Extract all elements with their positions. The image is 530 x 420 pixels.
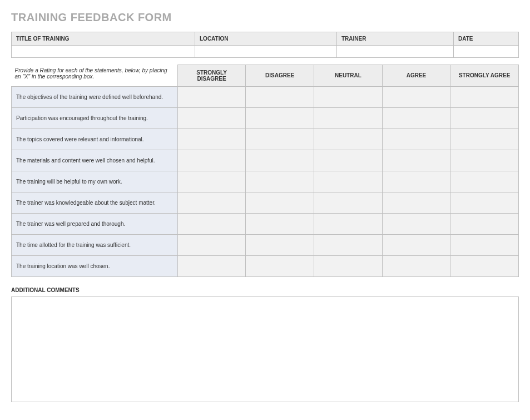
rating-cell-agree[interactable]: [382, 171, 450, 192]
rating-cell-agree[interactable]: [382, 150, 450, 171]
rating-statement: The trainer was knowledgeable about the …: [12, 192, 178, 213]
input-title-of-training[interactable]: [12, 46, 195, 58]
rating-cell-strongly-agree[interactable]: [450, 192, 519, 213]
rating-statement: The training location was well chosen.: [12, 255, 178, 276]
rating-row: Participation was encouraged throughout …: [12, 107, 519, 129]
rating-cell-disagree[interactable]: [246, 192, 314, 213]
header-strongly-disagree: STRONGLY DISAGREE: [177, 65, 246, 87]
rating-cell-strongly-agree[interactable]: [450, 171, 519, 192]
rating-cell-disagree[interactable]: [246, 107, 314, 129]
rating-statement: The trainer was well prepared and thorou…: [12, 213, 178, 234]
header-trainer: TRAINER: [337, 32, 454, 46]
rating-cell-disagree[interactable]: [246, 255, 314, 276]
rating-cell-strongly-disagree[interactable]: [177, 150, 246, 171]
header-strongly-agree: STRONGLY AGREE: [450, 65, 519, 87]
rating-row: The time allotted for the training was s…: [12, 234, 519, 255]
rating-row: The objectives of the training were defi…: [12, 86, 519, 107]
rating-row: The trainer was well prepared and thorou…: [12, 213, 519, 234]
rating-row: The topics covered were relevant and inf…: [12, 129, 519, 150]
header-title-of-training: TITLE OF TRAINING: [12, 32, 195, 46]
rating-cell-strongly-disagree[interactable]: [177, 86, 246, 107]
rating-cell-neutral[interactable]: [314, 86, 383, 107]
rating-row: The materials and content were well chos…: [12, 150, 519, 171]
comments-textarea[interactable]: [11, 297, 519, 402]
rating-cell-strongly-agree[interactable]: [450, 86, 519, 107]
rating-cell-agree[interactable]: [382, 86, 450, 107]
rating-statement: The time allotted for the training was s…: [12, 234, 178, 255]
rating-row: The trainer was knowledgeable about the …: [12, 192, 519, 213]
rating-cell-strongly-disagree[interactable]: [177, 107, 246, 129]
info-table: TITLE OF TRAINING LOCATION TRAINER DATE: [11, 32, 519, 58]
rating-cell-strongly-agree[interactable]: [450, 129, 519, 150]
rating-cell-disagree[interactable]: [246, 171, 314, 192]
rating-cell-disagree[interactable]: [246, 86, 314, 107]
rating-cell-agree[interactable]: [382, 129, 450, 150]
page-title: TRAINING FEEDBACK FORM: [11, 11, 519, 24]
rating-cell-agree[interactable]: [382, 192, 450, 213]
rating-table: Provide a Rating for each of the stateme…: [11, 65, 519, 277]
comments-label: ADDITIONAL COMMENTS: [11, 287, 519, 293]
rating-cell-strongly-agree[interactable]: [450, 213, 519, 234]
header-disagree: DISAGREE: [246, 65, 314, 87]
rating-cell-strongly-agree[interactable]: [450, 255, 519, 276]
rating-cell-agree[interactable]: [382, 255, 450, 276]
header-location: LOCATION: [195, 32, 337, 46]
rating-cell-neutral[interactable]: [314, 192, 383, 213]
rating-statement: The training will be helpful to my own w…: [12, 171, 178, 192]
header-agree: AGREE: [382, 65, 450, 87]
rating-cell-neutral[interactable]: [314, 107, 383, 129]
input-location[interactable]: [195, 46, 337, 58]
rating-cell-neutral[interactable]: [314, 234, 383, 255]
rating-cell-strongly-agree[interactable]: [450, 107, 519, 129]
rating-statement: The materials and content were well chos…: [12, 150, 178, 171]
rating-cell-agree[interactable]: [382, 107, 450, 129]
input-date[interactable]: [454, 46, 519, 58]
rating-cell-strongly-agree[interactable]: [450, 150, 519, 171]
rating-cell-neutral[interactable]: [314, 171, 383, 192]
rating-statement: Participation was encouraged throughout …: [12, 107, 178, 129]
rating-cell-strongly-disagree[interactable]: [177, 255, 246, 276]
rating-row: The training location was well chosen.: [12, 255, 519, 276]
rating-cell-strongly-disagree[interactable]: [177, 171, 246, 192]
rating-cell-strongly-disagree[interactable]: [177, 192, 246, 213]
rating-cell-agree[interactable]: [382, 213, 450, 234]
header-date: DATE: [454, 32, 519, 46]
rating-cell-strongly-agree[interactable]: [450, 234, 519, 255]
rating-statement: The topics covered were relevant and inf…: [12, 129, 178, 150]
rating-cell-disagree[interactable]: [246, 129, 314, 150]
rating-cell-disagree[interactable]: [246, 150, 314, 171]
rating-cell-strongly-disagree[interactable]: [177, 213, 246, 234]
rating-cell-disagree[interactable]: [246, 234, 314, 255]
input-trainer[interactable]: [337, 46, 454, 58]
header-neutral: NEUTRAL: [314, 65, 383, 87]
rating-cell-agree[interactable]: [382, 234, 450, 255]
rating-statement: The objectives of the training were defi…: [12, 86, 178, 107]
rating-row: The training will be helpful to my own w…: [12, 171, 519, 192]
rating-instructions: Provide a Rating for each of the stateme…: [12, 65, 178, 87]
rating-cell-strongly-disagree[interactable]: [177, 129, 246, 150]
rating-cell-neutral[interactable]: [314, 150, 383, 171]
rating-cell-neutral[interactable]: [314, 255, 383, 276]
rating-cell-neutral[interactable]: [314, 213, 383, 234]
rating-cell-disagree[interactable]: [246, 213, 314, 234]
rating-cell-strongly-disagree[interactable]: [177, 234, 246, 255]
rating-cell-neutral[interactable]: [314, 129, 383, 150]
